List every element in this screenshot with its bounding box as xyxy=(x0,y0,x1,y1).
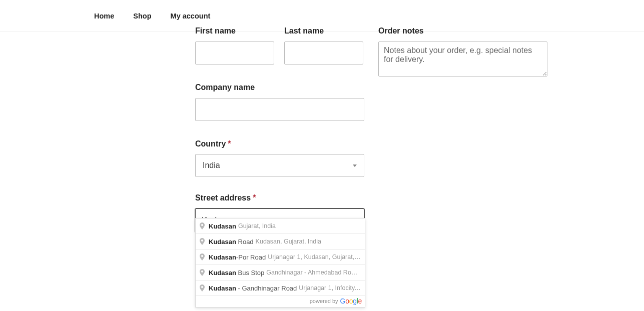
autocomplete-footer: powered by Google xyxy=(196,296,365,307)
autocomplete-item[interactable]: Kudasan RoadKudasan, Gujarat, India xyxy=(196,234,365,249)
map-pin-icon xyxy=(200,254,205,260)
autocomplete-main-text: Kudasan Road xyxy=(209,238,254,246)
order-notes-label: Order notes xyxy=(378,26,547,36)
nav-shop[interactable]: Shop xyxy=(133,12,151,20)
autocomplete-secondary-text: Urjanagar 1, Kudasan, Gujarat, India xyxy=(268,254,361,260)
first-name-label: First name xyxy=(195,26,274,36)
autocomplete-item[interactable]: Kudasan-Por RoadUrjanagar 1, Kudasan, Gu… xyxy=(196,249,365,264)
billing-column: First name Last name Company name Countr… xyxy=(195,26,364,250)
country-label: Country* xyxy=(195,139,364,150)
nav-my-account[interactable]: My account xyxy=(171,12,211,20)
map-pin-icon xyxy=(200,222,205,230)
address-autocomplete-dropdown: KudasanGujarat, IndiaKudasan RoadKudasan… xyxy=(195,218,365,308)
map-pin-icon xyxy=(200,284,205,292)
street-label-text: Street address xyxy=(195,194,251,202)
last-name-label: Last name xyxy=(284,26,363,36)
autocomplete-item[interactable]: Kudasan - Gandhinagar RoadUrjanagar 1, I… xyxy=(196,280,365,296)
autocomplete-main-text: Kudasan-Por Road xyxy=(209,254,266,261)
nav-home[interactable]: Home xyxy=(94,12,114,20)
country-select[interactable]: India xyxy=(195,154,364,177)
autocomplete-secondary-text: Gandhinagar - Ahmedabad Road, Ur… xyxy=(266,269,361,276)
required-mark: * xyxy=(253,194,256,202)
street-label: Street address* xyxy=(195,193,364,204)
google-logo: Google xyxy=(340,297,362,305)
checkout-form: First name Last name Company name Countr… xyxy=(0,32,644,311)
last-name-label-text: Last name xyxy=(284,26,324,35)
first-name-input[interactable] xyxy=(195,42,274,64)
powered-by-text: powered by xyxy=(310,298,338,304)
country-label-text: Country xyxy=(195,140,226,148)
company-label: Company name xyxy=(195,82,364,93)
map-pin-icon xyxy=(200,238,205,245)
order-notes-label-text: Order notes xyxy=(378,26,424,35)
autocomplete-main-text: Kudasan xyxy=(209,222,236,230)
map-pin-icon xyxy=(200,269,205,276)
country-selected-value: India xyxy=(203,161,220,170)
autocomplete-main-text: Kudasan Bus Stop xyxy=(209,269,264,276)
autocomplete-item[interactable]: Kudasan Bus StopGandhinagar - Ahmedabad … xyxy=(196,264,365,280)
autocomplete-secondary-text: Gujarat, India xyxy=(238,222,276,230)
order-notes-column: Order notes xyxy=(378,26,547,78)
company-input[interactable] xyxy=(195,98,364,121)
autocomplete-main-text: Kudasan - Gandhinagar Road xyxy=(209,284,297,292)
chevron-down-icon xyxy=(353,164,357,167)
autocomplete-item[interactable]: KudasanGujarat, India xyxy=(196,218,365,234)
autocomplete-secondary-text: Kudasan, Gujarat, India xyxy=(256,238,321,245)
last-name-input[interactable] xyxy=(284,42,363,64)
company-label-text: Company name xyxy=(195,83,255,92)
required-mark: * xyxy=(228,140,231,148)
first-name-label-text: First name xyxy=(195,26,236,35)
order-notes-textarea[interactable] xyxy=(378,42,547,76)
autocomplete-secondary-text: Urjanagar 1, Infocity, G… xyxy=(299,284,361,292)
